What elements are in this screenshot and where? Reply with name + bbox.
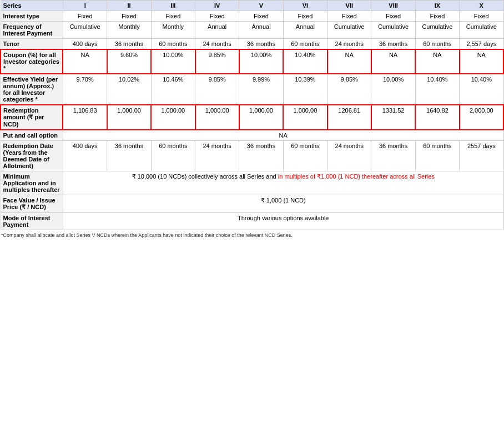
cell-r5-c8: 1640.82 xyxy=(415,105,459,130)
row-label-5: Redemption amount (₹ per NCD) xyxy=(1,105,63,130)
cell-r1-c9: Cumulative xyxy=(460,22,503,39)
cell-r3-c2: 10.00% xyxy=(151,49,195,74)
cell-r5-c9: 2,000.00 xyxy=(460,105,503,130)
row-label-7: Redemption Date (Years from the Deemed D… xyxy=(1,141,63,171)
header-col-VIII: VIII xyxy=(371,1,415,11)
cell-r5-c4: 1,000.00 xyxy=(239,105,283,130)
cell-r0-c2: Fixed xyxy=(151,11,195,22)
cell-r2-c8: 60 months xyxy=(415,39,459,50)
cell-r3-c1: 9.60% xyxy=(107,49,151,74)
row-label-9: Face Value / Issue Price (₹ / NCD) xyxy=(1,195,63,213)
row-value-9: ₹ 1,000 (1 NCD) xyxy=(63,195,503,213)
cell-r3-c5: 10.40% xyxy=(283,49,327,74)
cell-r5-c1: 1,000.00 xyxy=(107,105,151,130)
cell-r7-c1: 36 months xyxy=(107,141,151,171)
row-value-8: ₹ 10,000 (10 NCDs) collectively across a… xyxy=(63,171,503,195)
cell-r1-c0: Cumulative xyxy=(63,22,107,39)
table-row: Face Value / Issue Price (₹ / NCD)₹ 1,00… xyxy=(1,195,503,213)
row-label-10: Mode of Interest Payment xyxy=(1,213,63,230)
cell-r4-c4: 9.99% xyxy=(239,74,283,105)
cell-r5-c7: 1331.52 xyxy=(371,105,415,130)
cell-r4-c9: 10.40% xyxy=(460,74,503,105)
cell-r2-c7: 36 months xyxy=(371,39,415,50)
series-header: Series xyxy=(1,1,63,11)
table-row: Interest typeFixedFixedFixedFixedFixedFi… xyxy=(1,11,503,22)
cell-r4-c2: 10.46% xyxy=(151,74,195,105)
cell-r0-c0: Fixed xyxy=(63,11,107,22)
row-label-1: Frequency of Interest Payment xyxy=(1,22,63,39)
cell-r4-c1: 10.02% xyxy=(107,74,151,105)
header-col-VI: VI xyxy=(283,1,327,11)
cell-r7-c8: 60 months xyxy=(415,141,459,171)
cell-r7-c6: 24 months xyxy=(327,141,371,171)
cell-r1-c1: Monthly xyxy=(107,22,151,39)
row-label-6: Put and call option xyxy=(1,130,63,141)
cell-r0-c9: Fixed xyxy=(460,11,503,22)
cell-r1-c5: Annual xyxy=(283,22,327,39)
header-col-IV: IV xyxy=(195,1,239,11)
row-label-0: Interest type xyxy=(1,11,63,22)
cell-r5-c5: 1,000.00 xyxy=(283,105,327,130)
table-row: Minimum Application and in multiples the… xyxy=(1,171,503,195)
row-value-6: NA xyxy=(63,130,503,141)
row-label-4: Effective Yield (per annum) (Approx.) fo… xyxy=(1,74,63,105)
footnote: *Company shall allocate and allot Series… xyxy=(0,230,504,240)
cell-r3-c4: 10.00% xyxy=(239,49,283,74)
cell-r2-c1: 36 months xyxy=(107,39,151,50)
cell-r3-c8: NA xyxy=(415,49,459,74)
cell-r2-c6: 24 months xyxy=(327,39,371,50)
cell-r0-c6: Fixed xyxy=(327,11,371,22)
cell-r0-c1: Fixed xyxy=(107,11,151,22)
cell-r0-c5: Fixed xyxy=(283,11,327,22)
cell-r1-c2: Monthly xyxy=(151,22,195,39)
table-row: Coupon (%) for all Investor categories *… xyxy=(1,49,503,74)
header-col-I: I xyxy=(63,1,107,11)
header-col-II: II xyxy=(107,1,151,11)
table-row: Effective Yield (per annum) (Approx.) fo… xyxy=(1,74,503,105)
cell-r0-c8: Fixed xyxy=(415,11,459,22)
cell-r2-c5: 60 months xyxy=(283,39,327,50)
header-col-X: X xyxy=(460,1,503,11)
main-table: SeriesIIIIIIIVVVIVIIVIIIIXX Interest typ… xyxy=(0,0,504,230)
cell-r7-c9: 2557 days xyxy=(460,141,503,171)
cell-r7-c7: 36 months xyxy=(371,141,415,171)
cell-r1-c7: Cumulative xyxy=(371,22,415,39)
cell-r3-c7: NA xyxy=(371,49,415,74)
cell-r1-c3: Annual xyxy=(195,22,239,39)
cell-r2-c2: 60 months xyxy=(151,39,195,50)
cell-r3-c9: NA xyxy=(460,49,503,74)
cell-r2-c4: 36 months xyxy=(239,39,283,50)
cell-r5-c6: 1206.81 xyxy=(327,105,371,130)
table-row: Tenor400 days36 months60 months24 months… xyxy=(1,39,503,50)
cell-r4-c8: 10.40% xyxy=(415,74,459,105)
cell-r2-c3: 24 months xyxy=(195,39,239,50)
cell-r3-c6: NA xyxy=(327,49,371,74)
cell-r2-c0: 400 days xyxy=(63,39,107,50)
cell-r7-c2: 60 months xyxy=(151,141,195,171)
cell-r7-c0: 400 days xyxy=(63,141,107,171)
table-row: Mode of Interest PaymentThrough various … xyxy=(1,213,503,230)
cell-r4-c3: 9.85% xyxy=(195,74,239,105)
cell-r4-c7: 10.00% xyxy=(371,74,415,105)
header-col-III: III xyxy=(151,1,195,11)
table-wrapper: SeriesIIIIIIIVVVIVIIVIIIIXX Interest typ… xyxy=(0,0,504,240)
cell-r0-c3: Fixed xyxy=(195,11,239,22)
header-col-V: V xyxy=(239,1,283,11)
header-col-IX: IX xyxy=(415,1,459,11)
cell-r7-c3: 24 months xyxy=(195,141,239,171)
cell-r5-c3: 1,000.00 xyxy=(195,105,239,130)
cell-r0-c4: Fixed xyxy=(239,11,283,22)
header-row: SeriesIIIIIIIVVVIVIIVIIIIXX xyxy=(1,1,503,11)
cell-r1-c4: Annual xyxy=(239,22,283,39)
table-row: Redemption Date (Years from the Deemed D… xyxy=(1,141,503,171)
row-label-2: Tenor xyxy=(1,39,63,50)
table-row: Redemption amount (₹ per NCD)1,106.831,0… xyxy=(1,105,503,130)
cell-r4-c6: 9.85% xyxy=(327,74,371,105)
cell-r4-c0: 9.70% xyxy=(63,74,107,105)
table-row: Frequency of Interest PaymentCumulativeM… xyxy=(1,22,503,39)
cell-r4-c5: 10.39% xyxy=(283,74,327,105)
cell-r2-c9: 2,557 days xyxy=(460,39,503,50)
table-row: Put and call optionNA xyxy=(1,130,503,141)
cell-r5-c0: 1,106.83 xyxy=(63,105,107,130)
cell-r7-c5: 60 months xyxy=(283,141,327,171)
